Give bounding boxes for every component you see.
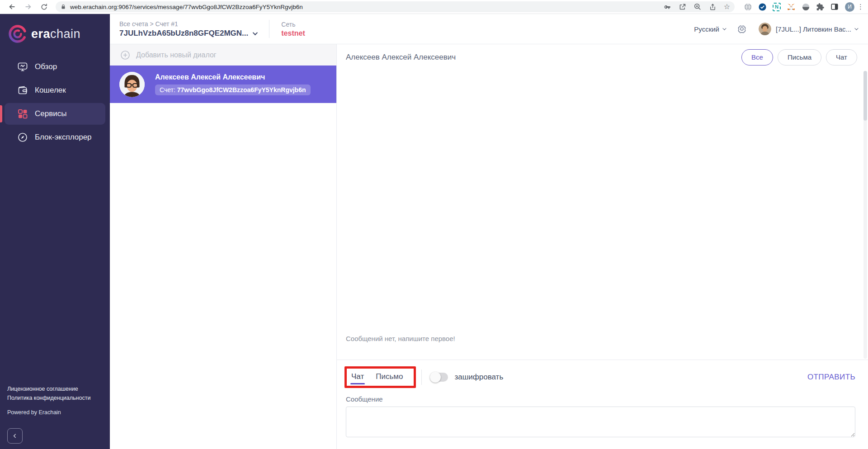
network-value: testnet: [281, 29, 305, 37]
side-panel-icon[interactable]: [830, 3, 839, 11]
globe-icon[interactable]: [744, 3, 752, 11]
metamask-fox-icon[interactable]: [787, 3, 796, 11]
open-in-new-icon[interactable]: [679, 3, 686, 11]
chat-title: Алексеев Алексей Алексеевич: [346, 53, 456, 62]
account-selector[interactable]: Все счета > Счет #1 7JULhVzbA65bUz8n8GFQ…: [119, 20, 256, 38]
sidebar-item-services[interactable]: Сервисы: [0, 103, 110, 125]
half-circle-extension-icon[interactable]: [802, 3, 810, 11]
encrypt-label: зашифровать: [454, 373, 503, 382]
message-field-label: Сообщение: [346, 395, 868, 403]
chat-panel: Алексеев Алексей Алексеевич Все Письма Ч…: [337, 44, 868, 449]
sidebar-item-label: Блок-эксплорер: [35, 133, 92, 142]
zoom-in-icon[interactable]: [693, 3, 702, 11]
sidebar-item-label: Кошелек: [35, 86, 66, 95]
sidebar-item-overview[interactable]: Обзор: [0, 56, 110, 78]
encrypt-toggle[interactable]: [430, 373, 448, 382]
sidebar-item-wallet[interactable]: Кошелек: [0, 79, 110, 102]
extensions-puzzle-icon[interactable]: [816, 3, 825, 11]
erachain-logo-icon: [8, 24, 28, 44]
notion-extension-icon[interactable]: N: [773, 3, 781, 11]
settings-gear-icon[interactable]: [737, 24, 747, 34]
browser-forward-icon[interactable]: [22, 1, 34, 13]
composer-tab-chat[interactable]: Чат: [351, 372, 364, 386]
key-icon[interactable]: [663, 3, 671, 11]
filter-chat-button[interactable]: Чат: [826, 49, 857, 65]
dialog-account-badge: Счет: 77wvbGgo8JfCW2Bzzoa6FyY5YknRgvjb6n: [155, 84, 311, 95]
chat-filters: Все Письма Чат: [741, 49, 857, 65]
filter-letters-button[interactable]: Письма: [778, 49, 821, 65]
browser-toolbar: web.erachain.org:9067/services/message/7…: [0, 0, 868, 14]
license-agreement-link[interactable]: Лицензионное соглашение: [7, 386, 110, 392]
dialog-item-selected[interactable]: Алексеев Алексей Алексеевич Счет: 77wvbG…: [110, 65, 336, 103]
privacy-policy-link[interactable]: Политика конфиденциальности: [7, 395, 110, 401]
messages-area: Сообщений нет, напишите первое!: [337, 70, 868, 360]
erachain-logo-text: erachain: [31, 27, 80, 41]
send-button[interactable]: ОТПРАВИТЬ: [807, 373, 855, 382]
annotation-red-box: Чат Письмо: [344, 366, 416, 388]
chat-header: Алексеев Алексей Алексеевич Все Письма Ч…: [337, 44, 868, 70]
wallet-icon: [17, 84, 28, 96]
sidebar: erachain Обзор Кошелек Сервисы: [0, 14, 110, 449]
sidebar-item-label: Обзор: [35, 62, 57, 71]
lock-icon[interactable]: [60, 4, 66, 10]
browser-address-bar[interactable]: web.erachain.org:9067/services/message/7…: [56, 1, 735, 12]
chevron-down-icon: [253, 30, 258, 35]
browser-extensions: N: [744, 3, 839, 11]
current-account: 7JULhVzbA65bUz8n8GFQE2MGN...: [119, 29, 248, 38]
erachain-logo: erachain: [0, 14, 110, 56]
monitor-icon: [17, 61, 28, 73]
network-label: Сеть: [281, 21, 305, 28]
scrollbar-track[interactable]: [863, 71, 867, 359]
share-icon[interactable]: [709, 3, 717, 11]
message-composer: Чат Письмо зашифровать ОТПРАВИТЬ Сообщен…: [337, 360, 868, 449]
browser-back-icon[interactable]: [6, 1, 18, 13]
chevron-down-icon: [854, 26, 858, 30]
header-divider: [269, 20, 269, 38]
services-grid-icon: [17, 108, 28, 120]
compass-icon: [17, 131, 28, 143]
breadcrumb: Все счета > Счет #1: [119, 20, 256, 28]
user-avatar: [759, 23, 771, 35]
powered-by-label: Powered by Erachain: [7, 409, 110, 416]
browser-url[interactable]: web.erachain.org:9067/services/message/7…: [70, 4, 657, 10]
add-plus-icon: [120, 50, 130, 60]
language-selector[interactable]: Русский: [694, 25, 725, 33]
message-textarea[interactable]: [346, 407, 855, 437]
sidebar-item-label: Сервисы: [35, 109, 66, 118]
bookmark-star-icon[interactable]: ☆: [724, 3, 730, 10]
chevron-down-icon: [722, 26, 726, 30]
add-dialog-row[interactable]: [110, 44, 336, 65]
sidebar-nav: Обзор Кошелек Сервисы Блок-эксплорер: [0, 56, 110, 149]
composer-tab-letter[interactable]: Письмо: [376, 372, 403, 386]
dialog-avatar: [119, 72, 145, 97]
sidebar-item-block-explorer[interactable]: Блок-эксплорер: [0, 126, 110, 149]
add-dialog-input[interactable]: [136, 51, 329, 59]
browser-reload-icon[interactable]: [38, 1, 50, 13]
browser-menu-icon[interactable]: ⋮: [857, 3, 863, 11]
app-header: Все счета > Счет #1 7JULhVzbA65bUz8n8GFQ…: [110, 14, 868, 44]
composer-divider: [421, 369, 422, 385]
dialog-name: Алексеев Алексей Алексеевич: [155, 73, 332, 81]
user-name: [7JUL...] Литовкин Вас...: [776, 25, 851, 33]
network-block: Сеть testnet: [281, 21, 305, 37]
check-badge-icon[interactable]: [758, 3, 767, 11]
user-menu[interactable]: [7JUL...] Литовкин Вас...: [759, 23, 857, 35]
filter-all-button[interactable]: Все: [741, 49, 773, 65]
empty-messages-text: Сообщений нет, напишите первое!: [346, 335, 455, 342]
scrollbar-thumb[interactable]: [863, 71, 867, 121]
sidebar-footer: Лицензионное соглашение Политика конфиде…: [0, 386, 110, 449]
browser-profile-avatar[interactable]: И: [845, 2, 854, 12]
sidebar-collapse-button[interactable]: [7, 428, 23, 444]
chevron-left-icon: [11, 432, 19, 440]
dialogs-panel: Алексеев Алексей Алексеевич Счет: 77wvbG…: [110, 44, 337, 449]
